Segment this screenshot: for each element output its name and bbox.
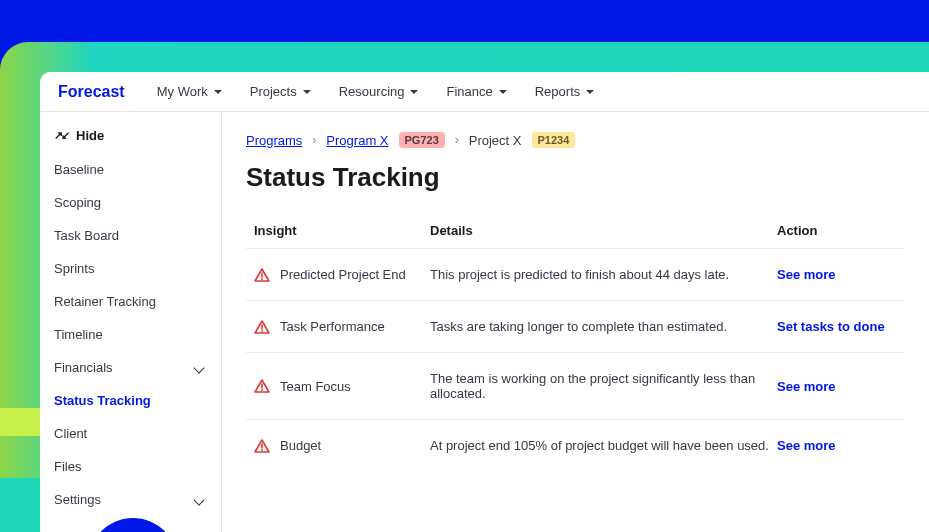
sidebar-item-label: Status Tracking: [54, 393, 151, 408]
logo: Forecast: [58, 83, 125, 101]
details-text: Tasks are taking longer to complete than…: [430, 319, 777, 334]
table-row: BudgetAt project end 105% of project bud…: [246, 419, 905, 471]
nav-item-label: My Work: [157, 84, 208, 99]
collapse-icon: ↗↙: [54, 130, 68, 141]
sidebar-item-label: Sprints: [54, 261, 94, 276]
project-badge: P1234: [532, 132, 576, 148]
nav-item-projects[interactable]: Projects: [250, 84, 311, 99]
sidebar-item-settings[interactable]: Settings: [40, 483, 221, 516]
sidebar-item-label: Client: [54, 426, 87, 441]
page-title: Status Tracking: [246, 162, 905, 193]
table-row: Team FocusThe team is working on the pro…: [246, 352, 905, 419]
main-content: Programs › Program X PG723 › Project X P…: [222, 112, 929, 532]
chevron-down-icon: [193, 362, 204, 373]
nav-item-label: Finance: [446, 84, 492, 99]
app-window: Forecast My WorkProjectsResourcingFinanc…: [40, 72, 929, 532]
sidebar-item-client[interactable]: Client: [40, 417, 221, 450]
chevron-right-icon: ›: [455, 133, 459, 147]
nav-item-label: Reports: [535, 84, 581, 99]
sidebar-item-label: Financials: [54, 360, 113, 375]
breadcrumb: Programs › Program X PG723 › Project X P…: [246, 132, 905, 148]
sidebar-hide-button[interactable]: ↗↙ Hide: [40, 122, 221, 153]
insight-label: Team Focus: [280, 379, 351, 394]
svg-point-1: [261, 278, 263, 280]
sidebar-item-label: Files: [54, 459, 81, 474]
sidebar-item-label: Timeline: [54, 327, 103, 342]
chevron-right-icon: ›: [312, 133, 316, 147]
nav-item-label: Resourcing: [339, 84, 405, 99]
warning-icon: [254, 320, 270, 334]
breadcrumb-project-x: Project X: [469, 133, 522, 148]
table-row: Task PerformanceTasks are taking longer …: [246, 300, 905, 352]
sidebar-item-label: Task Board: [54, 228, 119, 243]
warning-icon: [254, 439, 270, 453]
sidebar-item-scoping[interactable]: Scoping: [40, 186, 221, 219]
breadcrumb-programs[interactable]: Programs: [246, 133, 302, 148]
sidebar-item-label: Settings: [54, 492, 101, 507]
caret-down-icon: [499, 90, 507, 94]
svg-point-7: [261, 449, 263, 451]
svg-point-5: [261, 389, 263, 391]
nav-item-reports[interactable]: Reports: [535, 84, 595, 99]
sidebar-item-baseline[interactable]: Baseline: [40, 153, 221, 186]
col-header-action: Action: [777, 223, 897, 238]
svg-point-3: [261, 330, 263, 332]
nav-item-resourcing[interactable]: Resourcing: [339, 84, 419, 99]
caret-down-icon: [303, 90, 311, 94]
insight-label: Task Performance: [280, 319, 385, 334]
caret-down-icon: [214, 90, 222, 94]
top-nav: Forecast My WorkProjectsResourcingFinanc…: [40, 72, 929, 112]
warning-icon: [254, 379, 270, 393]
sidebar-item-retainer-tracking[interactable]: Retainer Tracking: [40, 285, 221, 318]
sidebar-item-label: Scoping: [54, 195, 101, 210]
nav-item-label: Projects: [250, 84, 297, 99]
action-link[interactable]: See more: [777, 379, 897, 394]
sidebar-item-timeline[interactable]: Timeline: [40, 318, 221, 351]
nav-item-my-work[interactable]: My Work: [157, 84, 222, 99]
sidebar-item-label: Baseline: [54, 162, 104, 177]
hide-label: Hide: [76, 128, 104, 143]
chevron-down-icon: [193, 494, 204, 505]
nav-item-finance[interactable]: Finance: [446, 84, 506, 99]
action-link[interactable]: See more: [777, 267, 897, 282]
program-badge: PG723: [399, 132, 445, 148]
insight-label: Predicted Project End: [280, 267, 406, 282]
table-row: Predicted Project EndThis project is pre…: [246, 248, 905, 300]
sidebar-item-financials[interactable]: Financials: [40, 351, 221, 384]
details-text: At project end 105% of project budget wi…: [430, 438, 777, 453]
sidebar-item-sprints[interactable]: Sprints: [40, 252, 221, 285]
sidebar-item-label: Retainer Tracking: [54, 294, 156, 309]
details-text: The team is working on the project signi…: [430, 371, 777, 401]
caret-down-icon: [410, 90, 418, 94]
details-text: This project is predicted to finish abou…: [430, 267, 777, 282]
sidebar: ↗↙ Hide BaselineScopingTask BoardSprints…: [40, 112, 222, 532]
col-header-details: Details: [430, 223, 777, 238]
sidebar-item-task-board[interactable]: Task Board: [40, 219, 221, 252]
caret-down-icon: [586, 90, 594, 94]
action-link[interactable]: Set tasks to done: [777, 319, 897, 334]
warning-icon: [254, 268, 270, 282]
action-link[interactable]: See more: [777, 438, 897, 453]
sidebar-item-files[interactable]: Files: [40, 450, 221, 483]
table-header: Insight Details Action: [246, 213, 905, 248]
col-header-insight: Insight: [254, 223, 430, 238]
sidebar-item-status-tracking[interactable]: Status Tracking: [40, 384, 221, 417]
breadcrumb-program-x[interactable]: Program X: [326, 133, 388, 148]
insight-label: Budget: [280, 438, 321, 453]
